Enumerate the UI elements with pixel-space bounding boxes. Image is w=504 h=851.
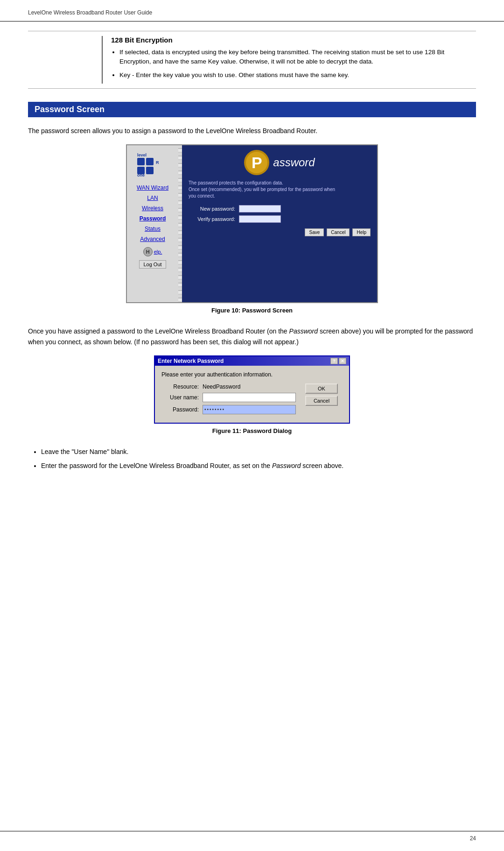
router-main-panel: P assword The password protects the conf…	[182, 145, 377, 302]
nav-lan[interactable]: LAN	[130, 194, 175, 202]
router-password-form: New password: Verify password:	[189, 205, 371, 223]
encryption-list: If selected, data is encrypted using the…	[111, 48, 476, 80]
encryption-left-col	[28, 36, 103, 84]
followup-italic: Password	[289, 327, 318, 335]
main-content: 128 Bit Encryption If selected, data is …	[0, 21, 504, 508]
dialog-title: Enter Network Password	[158, 358, 224, 364]
p-letter: P	[252, 155, 262, 170]
dialog-prompt: Please enter your authentication informa…	[161, 371, 343, 378]
nav-advanced[interactable]: Advanced	[130, 235, 175, 243]
router-description: The password protects the configuration …	[189, 180, 371, 199]
router-logout: Log Out	[139, 260, 166, 269]
router-help-button[interactable]: Help	[352, 228, 371, 236]
header-title: LevelOne Wireless Broadband Router User …	[28, 9, 152, 16]
instruction-2: Enter the password for the LevelOne Wire…	[41, 461, 476, 471]
router-sidebar: level R one WAN Wizard LAN Wir	[127, 145, 178, 302]
nav-wireless[interactable]: Wireless	[130, 204, 175, 213]
username-input[interactable]	[203, 393, 296, 402]
password-label: Password:	[161, 406, 199, 413]
username-label: User name:	[161, 394, 199, 401]
dialog-help-btn[interactable]: ?	[330, 358, 338, 364]
svg-rect-2	[146, 158, 154, 165]
levelone-logo: level R one	[136, 150, 169, 178]
encryption-title: 128 Bit Encryption	[111, 36, 476, 44]
figure-11-container: Enter Network Password ? ✕ Please enter …	[28, 355, 476, 443]
footer-page-number: 24	[470, 835, 476, 842]
password-italic-ref: Password	[272, 462, 301, 469]
dialog-body: Please enter your authentication informa…	[155, 366, 349, 423]
network-password-dialog: Enter Network Password ? ✕ Please enter …	[154, 355, 350, 424]
router-save-button[interactable]: Save	[305, 228, 324, 236]
username-row: User name:	[161, 393, 302, 402]
dialog-grid-outer: Resource: NeedPassword User name: Passwo…	[161, 383, 343, 417]
figure-10-caption: Figure 10: Password Screen	[211, 307, 293, 314]
followup-text-1: Once you have assigned a password to the…	[28, 327, 289, 335]
router-cancel-button[interactable]: Cancel	[327, 228, 350, 236]
dialog-close-btn[interactable]: ✕	[339, 358, 346, 364]
router-ui-screenshot: level R one WAN Wizard LAN Wir	[126, 144, 378, 303]
nav-status[interactable]: Status	[130, 225, 175, 233]
router-title-badge: P assword	[244, 150, 315, 175]
torn-divider	[178, 145, 182, 302]
router-nav: WAN Wizard LAN Wireless Password Status …	[127, 184, 178, 243]
instructions-list: Leave the "User Name" blank. Enter the p…	[28, 447, 476, 471]
help-label[interactable]: elp.	[154, 249, 162, 255]
resource-row: Resource: NeedPassword	[161, 383, 302, 390]
new-password-input[interactable]	[239, 205, 281, 213]
figure-10-container: level R one WAN Wizard LAN Wir	[28, 144, 476, 322]
password-input[interactable]: ••••••••	[203, 405, 296, 414]
encryption-bullet-2: Key - Enter the key value you wish to us…	[119, 71, 476, 80]
page-header: LevelOne Wireless Broadband Router User …	[0, 0, 504, 21]
password-row: Password: ••••••••	[161, 405, 302, 414]
encryption-table: 128 Bit Encryption If selected, data is …	[28, 31, 476, 89]
svg-rect-1	[137, 158, 145, 165]
resource-label: Resource:	[161, 383, 199, 390]
svg-rect-4	[146, 167, 154, 174]
dialog-cancel-button[interactable]: Cancel	[305, 396, 338, 406]
nav-wan-wizard[interactable]: WAN Wizard	[130, 184, 175, 192]
followup-text: Once you have assigned a password to the…	[28, 326, 476, 347]
encryption-bullet-1: If selected, data is encrypted using the…	[119, 48, 476, 67]
resource-value: NeedPassword	[203, 383, 240, 390]
svg-text:R: R	[156, 160, 159, 165]
logout-button[interactable]: Log Out	[139, 260, 166, 269]
dialog-buttons: OK Cancel	[305, 383, 343, 417]
dialog-ok-button[interactable]: OK	[305, 383, 338, 394]
help-icon: H	[143, 247, 153, 256]
svg-text:level: level	[137, 153, 147, 157]
router-title-text: assword	[273, 156, 315, 169]
verify-password-input[interactable]	[239, 215, 281, 223]
password-icon: P	[244, 150, 269, 175]
verify-password-label: Verify password:	[189, 216, 235, 222]
router-help[interactable]: H elp.	[143, 247, 162, 256]
page-footer: 24	[0, 831, 504, 842]
dialog-titlebar: Enter Network Password ? ✕	[155, 356, 349, 366]
svg-text:one: one	[137, 173, 145, 177]
new-password-row: New password:	[189, 205, 371, 213]
dialog-titlebar-controls: ? ✕	[330, 358, 346, 364]
router-form-buttons: Save Cancel Help	[189, 228, 371, 236]
instruction-1: Leave the "User Name" blank.	[41, 447, 476, 457]
router-title-bar: P assword	[189, 150, 371, 175]
page-container: LevelOne Wireless Broadband Router User …	[0, 0, 504, 851]
section-heading: Password Screen	[28, 102, 476, 117]
nav-password[interactable]: Password	[130, 214, 175, 223]
encryption-right-col: 128 Bit Encryption If selected, data is …	[103, 36, 476, 84]
intro-text: The password screen allows you to assign…	[28, 126, 476, 136]
figure-11-caption: Figure 11: Password Dialog	[212, 427, 292, 434]
new-password-label: New password:	[189, 206, 235, 212]
dialog-fields: Resource: NeedPassword User name: Passwo…	[161, 383, 302, 417]
verify-password-row: Verify password:	[189, 215, 371, 223]
